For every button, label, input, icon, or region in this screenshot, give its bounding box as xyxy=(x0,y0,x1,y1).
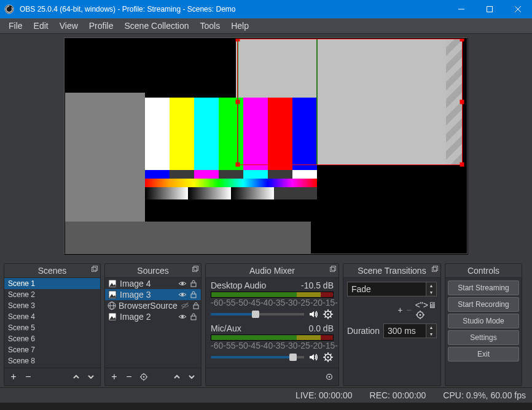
transition-properties-button[interactable]: <">🖥 *{font:14px Arial} xyxy=(415,300,437,320)
scene-row[interactable]: Scene 4 xyxy=(4,311,100,322)
start-streaming-button[interactable]: Start Streaming xyxy=(448,280,519,295)
popout-icon[interactable] xyxy=(432,266,438,272)
close-button[interactable] xyxy=(504,0,532,18)
menu-scene-collection[interactable]: Scene Collection xyxy=(119,19,194,33)
settings-button[interactable]: Settings xyxy=(448,330,519,345)
track-level: -10.5 dB xyxy=(301,280,334,290)
track-settings-icon[interactable] xyxy=(323,352,334,363)
panels-row: Scenes Scene 1Scene 2Scene 3Scene 4Scene… xyxy=(0,261,532,387)
scene-row[interactable]: Scene 2 xyxy=(4,289,100,300)
image-icon xyxy=(108,279,117,288)
menu-profile[interactable]: Profile xyxy=(84,19,119,33)
duration-spinner[interactable]: ▲▼ xyxy=(426,323,437,338)
scenes-header: Scenes xyxy=(4,264,100,278)
transition-selected-value: Fade xyxy=(351,284,371,294)
audio-mixer-panel: Audio Mixer Desktop Audio-10.5 dB-60-55-… xyxy=(205,263,339,386)
volume-slider[interactable] xyxy=(211,313,304,315)
audio-track: Mic/Aux0.0 dB-60-55-50-45-40-35-30-25-20… xyxy=(206,321,338,364)
remove-scene-button[interactable]: − xyxy=(22,371,35,383)
menu-file[interactable]: File xyxy=(4,19,28,33)
source-up-button[interactable] xyxy=(170,371,184,383)
menu-view[interactable]: View xyxy=(55,19,83,33)
transition-spinner[interactable]: ▲▼ xyxy=(426,282,437,296)
audio-meter xyxy=(211,335,334,341)
menu-help[interactable]: Help xyxy=(226,19,254,33)
volume-slider[interactable] xyxy=(211,356,304,358)
lock-toggle-icon[interactable] xyxy=(191,301,201,311)
status-rec: REC: 00:00:00 xyxy=(370,390,426,400)
duration-label: Duration xyxy=(347,326,380,336)
track-name: Mic/Aux xyxy=(211,323,241,333)
menu-tools[interactable]: Tools xyxy=(195,19,225,33)
add-source-button[interactable]: + xyxy=(108,371,121,383)
source-name: BrowserSource xyxy=(119,301,178,311)
add-transition-button[interactable]: + xyxy=(397,305,402,315)
visibility-toggle-icon[interactable] xyxy=(178,290,187,300)
duration-input[interactable]: 300 ms xyxy=(383,323,426,338)
svg-line-53 xyxy=(331,360,332,361)
visibility-toggle-icon[interactable] xyxy=(180,301,190,311)
sources-list[interactable]: Image 4Image 3BrowserSourceImage 2 xyxy=(105,278,201,368)
svg-point-57 xyxy=(329,376,331,378)
scene-row[interactable]: Scene 8 xyxy=(4,355,100,366)
svg-marker-45 xyxy=(310,354,314,360)
status-cpu: CPU: 0.9%, 60.00 fps xyxy=(443,390,526,400)
menu-edit[interactable]: Edit xyxy=(29,19,53,33)
lock-toggle-icon[interactable] xyxy=(189,312,198,322)
scenes-list[interactable]: Scene 1Scene 2Scene 3Scene 4Scene 5Scene… xyxy=(4,278,100,368)
add-scene-button[interactable]: + xyxy=(7,371,20,383)
speaker-icon[interactable] xyxy=(308,352,319,363)
track-name: Desktop Audio xyxy=(211,280,266,290)
sources-title: Sources xyxy=(137,266,168,276)
svg-rect-25 xyxy=(191,316,196,320)
popout-icon[interactable] xyxy=(192,266,198,272)
source-row[interactable]: Image 2 xyxy=(105,311,201,322)
scene-row[interactable]: Scene 7 xyxy=(4,344,100,355)
scene-up-button[interactable] xyxy=(69,371,83,383)
svg-rect-21 xyxy=(194,305,198,309)
transitions-header: Scene Transitions xyxy=(343,264,440,278)
mixer-settings-button[interactable] xyxy=(323,371,336,383)
scene-row[interactable]: Scene 3 xyxy=(4,300,100,311)
preview-canvas[interactable] xyxy=(64,37,468,255)
source-row[interactable]: BrowserSource xyxy=(105,300,201,311)
svg-rect-59 xyxy=(434,266,438,271)
lock-toggle-icon[interactable] xyxy=(189,290,198,300)
image-icon xyxy=(108,290,117,300)
remove-transition-button[interactable]: − xyxy=(406,305,411,315)
popout-icon[interactable] xyxy=(92,266,98,272)
mixer-toolbar xyxy=(206,368,338,385)
mixer-title: Audio Mixer xyxy=(249,266,295,276)
svg-rect-6 xyxy=(93,266,98,271)
minimize-button[interactable] xyxy=(447,0,475,18)
scene-down-button[interactable] xyxy=(84,371,98,383)
transition-select[interactable]: Fade xyxy=(347,282,426,296)
mixer-list: Desktop Audio-10.5 dB-60-55-50-45-40-35-… xyxy=(206,278,338,368)
image-icon xyxy=(108,312,117,322)
scene-row[interactable]: Scene 1 xyxy=(4,278,100,289)
start-recording-button[interactable]: Start Recording xyxy=(448,297,519,312)
studio-mode-button[interactable]: Studio Mode xyxy=(448,314,519,328)
source-down-button[interactable] xyxy=(185,371,198,383)
visibility-toggle-icon[interactable] xyxy=(178,312,187,322)
svg-line-55 xyxy=(331,354,332,355)
source-name: Image 3 xyxy=(120,290,151,300)
scene-row[interactable]: Scene 5 xyxy=(4,322,100,333)
svg-rect-33 xyxy=(332,266,336,271)
source-row[interactable]: Image 3 xyxy=(105,289,201,300)
selection-rect[interactable] xyxy=(237,39,463,165)
remove-source-button[interactable]: − xyxy=(122,371,136,383)
svg-line-41 xyxy=(325,311,326,312)
track-settings-icon[interactable] xyxy=(323,309,334,320)
maximize-button[interactable] xyxy=(475,0,504,18)
source-row[interactable]: Image 4 xyxy=(105,278,201,289)
svg-line-20 xyxy=(182,303,188,309)
lock-toggle-icon[interactable] xyxy=(189,279,198,288)
visibility-toggle-icon[interactable] xyxy=(178,279,187,288)
scene-row[interactable]: Scene 6 xyxy=(4,333,100,344)
exit-button[interactable]: Exit xyxy=(448,347,519,362)
speaker-icon[interactable] xyxy=(308,309,319,320)
popout-icon[interactable] xyxy=(330,266,336,272)
svg-point-11 xyxy=(181,282,184,285)
source-properties-button[interactable] xyxy=(137,371,151,383)
